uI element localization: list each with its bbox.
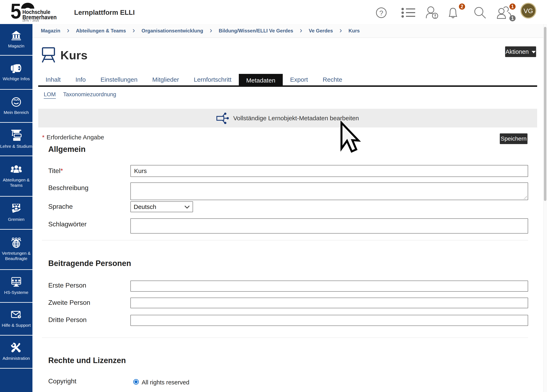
svg-text:5: 5 — [10, 2, 21, 23]
svg-text:VG: VG — [524, 7, 533, 14]
svg-text:?: ? — [18, 315, 20, 318]
svg-text:1: 1 — [511, 4, 514, 9]
svg-text:✱✱✱: ✱✱✱ — [12, 279, 21, 282]
svg-text:1975 – 2025: 1975 – 2025 — [22, 19, 39, 22]
svg-text:1: 1 — [511, 16, 514, 21]
svg-text:?: ? — [379, 9, 383, 17]
svg-text:2: 2 — [461, 4, 464, 9]
